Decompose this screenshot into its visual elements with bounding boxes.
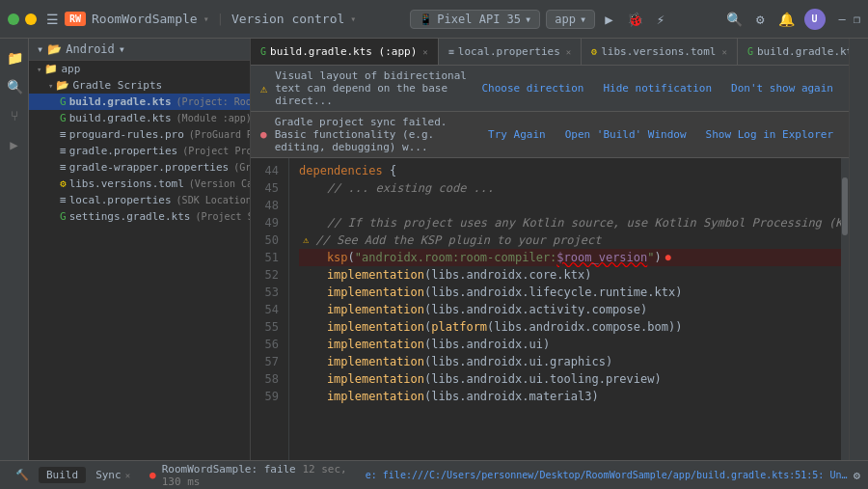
search-everywhere-icon[interactable]: 🔍 [722, 10, 746, 29]
tree-item-gradle-scripts-label: Gradle Scripts [72, 79, 162, 92]
bottom-tab-build[interactable]: Build [39, 467, 86, 483]
tree-item-label: build.gradle.kts [69, 112, 172, 124]
separator: | [217, 13, 224, 26]
paren: ( [424, 284, 431, 301]
scrollbar-thumb[interactable] [842, 177, 848, 235]
tab-close-icon[interactable]: ✕ [721, 47, 726, 57]
debug-button[interactable]: 🐞 [623, 10, 647, 29]
gradle-file-icon: G [60, 95, 67, 108]
maximize-button[interactable]: ❐ [854, 13, 860, 26]
line-num-52: 52 [251, 266, 285, 284]
device-selector[interactable]: 📱 Pixel API 35 ▾ [410, 10, 540, 29]
tree-header: ▾ 📂 Android ▾ [29, 39, 250, 61]
run-with-coverage-button[interactable]: ⚡ [653, 10, 668, 29]
traffic-light-yellow[interactable] [25, 14, 37, 25]
tree-item-proguard[interactable]: ≡ proguard-rules.pro (ProGuard Rules for… [29, 126, 250, 143]
sidebar-git-icon[interactable]: ⑂ [3, 104, 26, 127]
paren-close: ) [584, 266, 591, 284]
scrollbar-track[interactable] [841, 158, 849, 460]
paren: ( [424, 301, 431, 318]
comment-span: // ... existing code ... [299, 179, 494, 197]
impl-fn: implementation [299, 353, 424, 370]
pkg-span: libs.androidx.material3 [431, 388, 591, 405]
traffic-light-green[interactable] [8, 14, 19, 25]
open-build-window-button[interactable]: Open 'Build' Window [559, 127, 692, 142]
code-line-44: dependencies { [299, 162, 841, 179]
run-config[interactable]: app ▾ [546, 10, 595, 29]
tab-close-icon[interactable]: ✕ [566, 47, 571, 57]
tab-libs-versions[interactable]: ⚙ libs.versions.toml ✕ [582, 39, 738, 65]
bottom-tab-build-icon[interactable]: 🔨 [8, 467, 37, 483]
show-log-button[interactable]: Show Log in Explorer [700, 127, 839, 142]
code-line-51: ksp("androidx.room:room-compiler:$room_v… [299, 249, 841, 266]
tab-label: local.properties [458, 45, 560, 58]
code-line-59: implementation(libs.androidx.material3) [299, 388, 841, 405]
gradle-file-icon: G [60, 210, 67, 223]
status-project: RoomWordSample: faile [162, 463, 296, 475]
folder-icon: 📂 [47, 42, 62, 56]
minimize-button[interactable]: — [839, 13, 846, 26]
notification-icon: ⚠ [260, 82, 267, 95]
tree-item-app[interactable]: ▾ 📁 app [29, 61, 250, 77]
paren: ( [348, 249, 355, 266]
run-config-name: app [555, 13, 576, 26]
tab-label: build.gradle.kts (:app) [270, 45, 417, 58]
impl-fn: implementation [299, 301, 424, 318]
tree-item-label: proguard-rules.pro [69, 128, 184, 141]
play-button[interactable]: ▶ [601, 10, 616, 29]
version-control[interactable]: Version control [231, 12, 344, 26]
tree-item-build-gradle-module[interactable]: G build.gradle.kts (Module :app) [29, 110, 250, 126]
bottom-settings-icon[interactable]: ⚙ [854, 469, 860, 482]
code-line-54: implementation(libs.androidx.activity.co… [299, 301, 841, 318]
impl-fn: implementation [299, 370, 424, 388]
right-panel [849, 39, 868, 460]
tree-item-sub: (ProGuard Rules for ':app') [189, 129, 250, 140]
error-gutter-icon: ● [665, 249, 671, 266]
tree-view-dropdown[interactable]: ▾ [119, 42, 125, 56]
device-dropdown-icon: ▾ [525, 13, 531, 26]
str-span: "androidx.room:room-compiler: [355, 249, 557, 266]
props-file-icon: ≡ [60, 145, 67, 157]
avatar[interactable]: U [804, 9, 826, 30]
tree-item-local-props[interactable]: ≡ local.properties (SDK Location) [29, 192, 250, 208]
line-num-54: 54 [251, 301, 285, 318]
tree-view-label[interactable]: Android [66, 42, 115, 56]
tab-build-gradle-root[interactable]: G build.gradle.kts (RoomWordSample) ✕ [738, 39, 849, 65]
dont-show-again-button[interactable]: Don't show again [725, 81, 839, 95]
tab-close-icon[interactable]: ✕ [422, 47, 427, 57]
tree-item-gradle-props[interactable]: ≡ gradle.properties (Project Properties) [29, 143, 250, 159]
tree-item-label: local.properties [69, 194, 172, 206]
tree-item-build-gradle-project[interactable]: G build.gradle.kts (Project: RoomWordSam… [29, 94, 250, 110]
bottom-tab-sync[interactable]: Sync ✕ [88, 467, 138, 483]
notifications-icon[interactable]: 🔔 [774, 10, 799, 29]
vcs-dropdown-icon[interactable]: ▾ [350, 14, 356, 24]
try-again-button[interactable]: Try Again [482, 127, 552, 142]
paren-close: ) [675, 284, 682, 301]
sidebar-run-icon[interactable]: ▶ [3, 133, 26, 156]
paren: ( [424, 370, 431, 388]
window-buttons: — ❐ [839, 13, 860, 26]
hamburger-icon[interactable]: ☰ [46, 12, 59, 27]
impl-fn: implementation [299, 266, 424, 284]
tree-item-gradle-scripts[interactable]: ▾ 📂 Gradle Scripts [29, 77, 250, 94]
sidebar-folder-icon[interactable]: 📁 [3, 46, 26, 69]
line-num-56: 56 [251, 336, 285, 353]
choose-direction-button[interactable]: Choose direction [475, 81, 589, 95]
tree-item-settings-gradle[interactable]: G settings.gradle.kts (Project Settings) [29, 208, 250, 225]
settings-icon[interactable]: ⚙ [752, 10, 768, 29]
project-dropdown-icon[interactable]: ▾ [203, 14, 209, 24]
tab-local-properties[interactable]: ≡ local.properties ✕ [439, 39, 582, 65]
tree-item-gradle-wrapper[interactable]: ≡ gradle-wrapper.properties (Gradle Vers… [29, 159, 250, 176]
code-line-58: implementation(libs.androidx.ui.tooling.… [299, 370, 841, 388]
project-name[interactable]: RoomWordSample [92, 12, 198, 26]
tabs-bar: G build.gradle.kts (:app) ✕ ≡ local.prop… [251, 39, 849, 66]
code-editor[interactable]: 44 45 48 49 50 51 52 53 54 55 56 57 58 5… [251, 158, 849, 460]
code-content[interactable]: dependencies { // ... existing code ... … [289, 158, 841, 460]
tree-item-libs-versions[interactable]: ⚙ libs.versions.toml (Version Catalog) [29, 176, 250, 192]
tab-build-gradle-app[interactable]: G build.gradle.kts (:app) ✕ [251, 39, 439, 65]
paren-close: ) [654, 370, 661, 388]
sidebar-search-icon[interactable]: 🔍 [3, 75, 26, 98]
hide-notification-button[interactable]: Hide notification [597, 81, 718, 95]
paren-close: )) [668, 318, 682, 336]
bottom-tab-close-icon[interactable]: ✕ [125, 471, 130, 480]
